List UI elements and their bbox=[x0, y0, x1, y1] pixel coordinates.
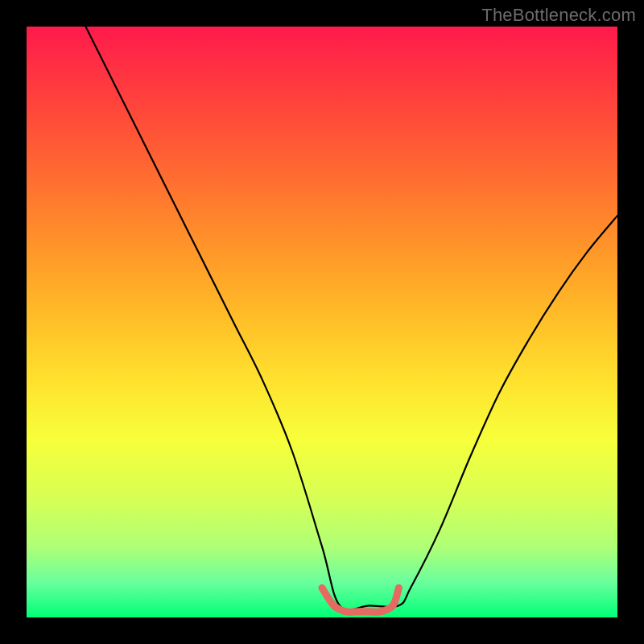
plot-area bbox=[27, 27, 617, 617]
bottleneck-curve bbox=[85, 27, 617, 610]
chart-frame: TheBottleneck.com bbox=[0, 0, 644, 644]
watermark-text: TheBottleneck.com bbox=[481, 5, 636, 26]
curve-svg bbox=[27, 27, 617, 617]
